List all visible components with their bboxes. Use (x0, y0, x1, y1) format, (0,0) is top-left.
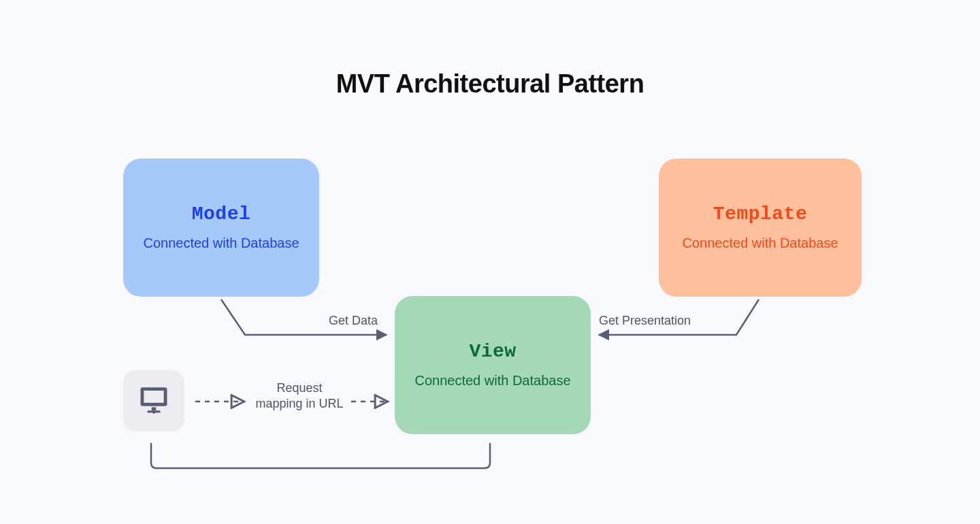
view-node: View Connected with Database (395, 296, 591, 434)
svg-rect-2 (152, 407, 157, 410)
computer-icon (136, 382, 172, 420)
client-node (123, 370, 184, 431)
svg-point-4 (152, 412, 154, 414)
view-node-subtitle: Connected with Database (414, 372, 570, 390)
edge-label-get-data: Get Data (282, 313, 378, 329)
edge-label-get-presentation: Get Presentation (599, 313, 721, 329)
svg-rect-1 (144, 391, 163, 403)
template-node-title: Template (713, 203, 807, 225)
model-node-title: Model (192, 203, 251, 225)
edge-label-request-mapping: Request mapping in URL (255, 380, 344, 411)
edge-client-view-bracket (151, 444, 490, 468)
model-node: Model Connected with Database (123, 159, 319, 297)
diagram-title: MVT Architectural Pattern (0, 69, 980, 99)
template-node: Template Connected with Database (659, 159, 862, 297)
view-node-title: View (469, 341, 516, 362)
template-node-subtitle: Connected with Database (682, 234, 838, 252)
model-node-subtitle: Connected with Database (143, 234, 299, 252)
